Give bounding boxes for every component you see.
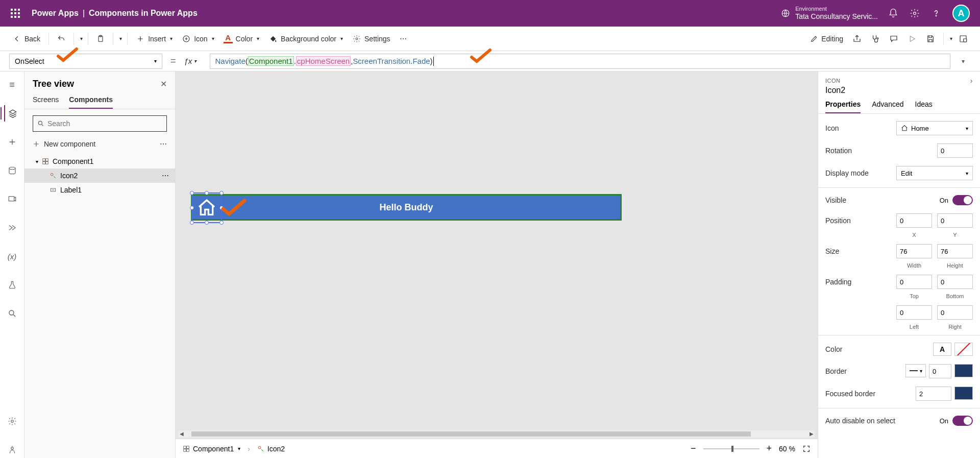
tree-node-component1[interactable]: ▾ Component1: [24, 154, 175, 168]
prop-pad-right[interactable]: 0: [937, 305, 973, 320]
horizontal-scrollbar[interactable]: ◀ ▶: [179, 430, 815, 438]
environment-picker[interactable]: Environment Tata Consultancy Servic...: [781, 6, 878, 21]
rail-data[interactable]: [4, 162, 20, 179]
settings-button[interactable]: Settings: [349, 32, 394, 45]
tab-components[interactable]: Components: [69, 95, 113, 109]
breadcrumb-control-label: Icon2: [267, 445, 285, 453]
prop-pad-left[interactable]: 0: [896, 305, 932, 320]
overflow-button[interactable]: ⋯: [397, 33, 410, 45]
paste-split-chevron[interactable]: ▾: [119, 36, 122, 41]
prop-border-style[interactable]: ▾: [905, 364, 926, 377]
label-control-icon: [49, 186, 57, 194]
save-button[interactable]: [923, 32, 938, 45]
rail-variables[interactable]: (x): [4, 248, 20, 264]
tab-screens[interactable]: Screens: [33, 95, 59, 109]
close-tree-button[interactable]: ✕: [160, 79, 167, 89]
prop-auto-disable-toggle[interactable]: [952, 416, 973, 426]
user-avatar[interactable]: A: [952, 5, 970, 22]
new-component-button[interactable]: New component: [33, 140, 95, 148]
paste-button[interactable]: [93, 33, 108, 45]
prop-focused-color[interactable]: [954, 387, 973, 400]
prop-size-height[interactable]: 76: [937, 244, 973, 258]
property-dropdown[interactable]: OnSelect ▾: [9, 54, 162, 69]
props-tab-properties[interactable]: Properties: [825, 100, 861, 113]
color-button[interactable]: A Color ▾: [220, 32, 262, 45]
home-icon: [197, 198, 217, 218]
breadcrumb-component[interactable]: Component1 ▾: [183, 445, 240, 453]
formula-enum: ScreenTransition: [353, 57, 410, 65]
editing-mode-button[interactable]: Editing: [807, 33, 846, 45]
formula-input[interactable]: Navigate(Component1.cpHomeScreen, Screen…: [210, 54, 950, 69]
insert-button[interactable]: Insert ▾: [133, 32, 176, 45]
new-component-overflow[interactable]: ⋯: [160, 140, 167, 148]
layers-icon: [8, 109, 17, 118]
save-split-chevron[interactable]: ▾: [950, 36, 952, 41]
prop-focused-width[interactable]: 2: [916, 387, 951, 401]
notifications-icon[interactable]: [888, 8, 898, 18]
prop-border-color[interactable]: [954, 364, 973, 377]
prop-pad-top[interactable]: 0: [896, 275, 932, 289]
prop-border-width[interactable]: 0: [929, 364, 951, 378]
chevron-right-icon[interactable]: ›: [970, 77, 973, 85]
props-tab-advanced[interactable]: Advanced: [872, 100, 903, 113]
tree-node-icon2[interactable]: Icon2 ⋯: [24, 168, 175, 183]
environment-label: Environment: [795, 6, 878, 12]
tree-search-box[interactable]: [33, 115, 167, 132]
prop-position-x[interactable]: 0: [896, 213, 932, 228]
waffle-icon: [11, 9, 20, 18]
help-icon[interactable]: [931, 8, 941, 18]
back-arrow-icon: [12, 34, 21, 43]
props-control-name[interactable]: Icon2: [818, 85, 980, 100]
tree-search-input[interactable]: [47, 119, 162, 128]
add-icon-button[interactable]: Icon ▾: [179, 32, 217, 45]
rail-tree-view[interactable]: [4, 105, 20, 122]
new-component-label: New component: [44, 140, 95, 148]
checker-button[interactable]: [868, 32, 883, 45]
media-icon: [8, 195, 17, 204]
fx-button[interactable]: ƒx ▾: [184, 57, 205, 65]
app-launcher[interactable]: [5, 3, 26, 23]
prop-color-font[interactable]: A: [933, 343, 951, 356]
svg-point-7: [877, 37, 878, 39]
prop-display-select[interactable]: Edit▾: [896, 166, 973, 180]
tree-node-overflow[interactable]: ⋯: [162, 172, 169, 180]
prop-visible-toggle[interactable]: [952, 195, 973, 205]
rail-insert[interactable]: [4, 134, 20, 150]
prop-position-y[interactable]: 0: [937, 213, 973, 228]
design-canvas[interactable]: Hello Buddy: [176, 71, 818, 439]
fit-to-screen-icon[interactable]: [802, 445, 811, 453]
component-surface[interactable]: Hello Buddy: [191, 194, 622, 221]
publish-button[interactable]: [955, 32, 971, 45]
back-button[interactable]: Back: [9, 32, 43, 45]
rail-settings[interactable]: [4, 413, 20, 429]
svg-rect-16: [43, 159, 45, 161]
prop-pad-bottom[interactable]: 0: [937, 275, 973, 289]
rail-search[interactable]: [4, 305, 20, 322]
rail-media[interactable]: [4, 191, 20, 207]
undo-split-chevron[interactable]: ▾: [80, 36, 83, 41]
circle-plus-icon: [182, 34, 191, 43]
zoom-in-button[interactable]: +: [767, 443, 772, 454]
share-button[interactable]: [849, 32, 865, 45]
rail-virtual-agent[interactable]: [4, 442, 20, 458]
zoom-slider[interactable]: [703, 448, 760, 449]
prop-rotation-input[interactable]: 0: [937, 143, 973, 158]
rail-power-automate[interactable]: [4, 220, 20, 236]
prop-color-fill[interactable]: [954, 343, 973, 356]
settings-gear-icon[interactable]: [910, 8, 920, 18]
tree-node-label1[interactable]: Label1: [24, 183, 175, 197]
selected-home-icon[interactable]: [192, 194, 221, 222]
rail-hamburger[interactable]: ≡: [4, 77, 20, 93]
props-tab-ideas[interactable]: Ideas: [915, 100, 933, 113]
breadcrumb-control[interactable]: Icon2: [257, 445, 285, 453]
rail-tests[interactable]: [4, 277, 20, 293]
prop-icon-select[interactable]: Home ▾: [896, 121, 973, 135]
expand-formula-button[interactable]: ▾: [955, 58, 971, 65]
undo-button[interactable]: [54, 33, 68, 45]
prop-size-width[interactable]: 76: [896, 244, 932, 258]
bgcolor-button[interactable]: Background color ▾: [265, 32, 346, 45]
zoom-out-button[interactable]: −: [691, 443, 696, 454]
prop-visible-label: Visible: [825, 196, 846, 204]
comments-button[interactable]: [886, 32, 901, 45]
preview-button[interactable]: [904, 32, 920, 45]
